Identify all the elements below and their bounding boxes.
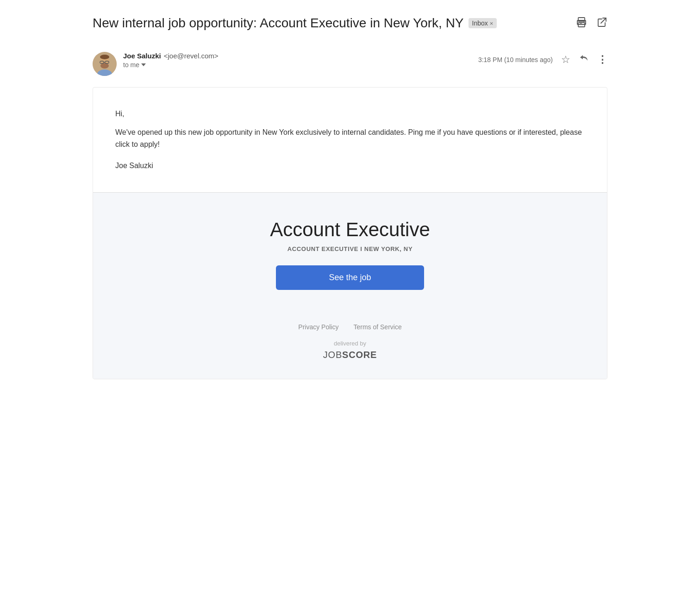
- sender-to-row: to me: [123, 61, 218, 69]
- open-external-icon: [596, 17, 607, 28]
- sender-email: <joe@revel.com>: [164, 52, 219, 60]
- brand-job: JOB: [323, 350, 342, 360]
- job-card-section: Account Executive ACCOUNT EXECUTIVE I NE…: [93, 193, 607, 308]
- print-button[interactable]: [576, 17, 587, 30]
- inbox-badge-label: Inbox: [472, 19, 488, 27]
- open-external-button[interactable]: [596, 17, 607, 30]
- delivered-by-label: delivered by: [115, 340, 585, 347]
- jobscore-logo: JOBSCORE: [115, 350, 585, 360]
- close-badge-button[interactable]: ×: [490, 20, 494, 27]
- email-body-card: Hi, We've opened up this new job opportu…: [93, 87, 607, 379]
- brand-score: SCORE: [342, 350, 377, 360]
- email-signature: Joe Saluzki: [115, 162, 585, 170]
- svg-rect-3: [580, 24, 583, 25]
- chevron-down-icon[interactable]: [141, 63, 146, 66]
- privacy-policy-link[interactable]: Privacy Policy: [298, 323, 338, 331]
- terms-of-service-link[interactable]: Terms of Service: [353, 323, 401, 331]
- job-subtitle: ACCOUNT EXECUTIVE I NEW YORK, NY: [115, 245, 585, 252]
- email-greeting: Hi,: [115, 110, 585, 118]
- reply-button[interactable]: [579, 54, 589, 65]
- header-icons: [576, 15, 607, 30]
- email-footer: Privacy Policy Terms of Service delivere…: [93, 308, 607, 379]
- avatar: [93, 52, 117, 76]
- job-title: Account Executive: [115, 219, 585, 241]
- inbox-badge: Inbox ×: [469, 18, 497, 28]
- email-body-text: We've opened up this new job opportunity…: [115, 126, 585, 150]
- svg-rect-4: [580, 23, 582, 24]
- sender-name: Joe Saluzki: [123, 52, 161, 60]
- email-title-area: New internal job opportunity: Account Ex…: [93, 15, 497, 31]
- to-label: to me: [123, 61, 139, 69]
- email-subject: New internal job opportunity: Account Ex…: [93, 15, 464, 31]
- print-icon: [576, 17, 587, 28]
- email-text-section: Hi, We've opened up this new job opportu…: [115, 110, 585, 192]
- sender-right: 3:18 PM (10 minutes ago) ☆ ⋮: [478, 52, 607, 65]
- sender-row: Joe Saluzki <joe@revel.com> to me 3:18 P…: [93, 44, 607, 83]
- svg-point-13: [100, 55, 109, 59]
- star-button[interactable]: ☆: [561, 55, 570, 65]
- sender-name-row: Joe Saluzki <joe@revel.com>: [123, 52, 218, 60]
- email-header: New internal job opportunity: Account Ex…: [93, 15, 607, 31]
- footer-links: Privacy Policy Terms of Service: [115, 323, 585, 331]
- more-options-button[interactable]: ⋮: [597, 55, 607, 65]
- see-job-button[interactable]: See the job: [276, 265, 424, 290]
- svg-point-5: [584, 21, 585, 22]
- reply-icon: [579, 54, 589, 64]
- svg-point-8: [100, 63, 109, 69]
- sender-info: Joe Saluzki <joe@revel.com> to me: [123, 52, 218, 69]
- timestamp: 3:18 PM (10 minutes ago): [478, 56, 553, 63]
- sender-left: Joe Saluzki <joe@revel.com> to me: [93, 52, 218, 76]
